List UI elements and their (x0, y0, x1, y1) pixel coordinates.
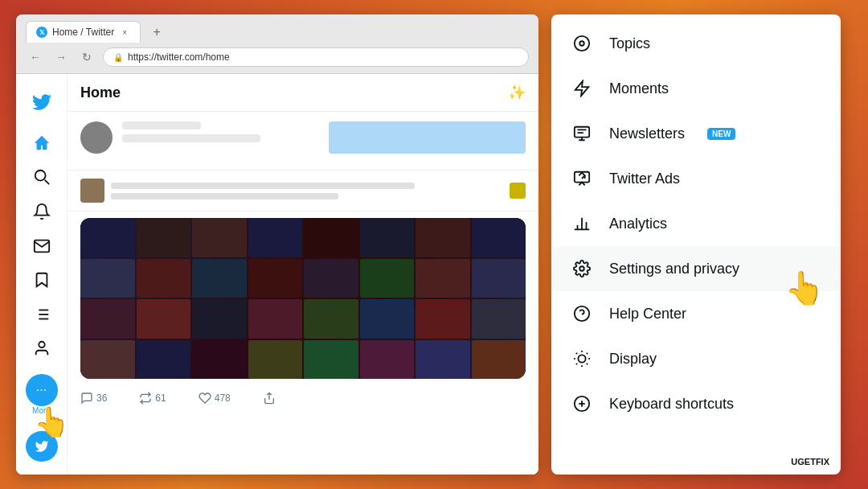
retweet-action[interactable]: 61 (139, 392, 166, 405)
share-action[interactable] (263, 392, 276, 405)
analytics-label: Analytics (609, 216, 667, 232)
more-label: More (32, 406, 51, 415)
moments-label: Moments (609, 80, 669, 97)
tweet-actions: 36 61 478 (68, 385, 538, 411)
sparkle-icon[interactable]: ✨ (508, 84, 526, 101)
tweet-line (122, 134, 260, 142)
tab-close-button[interactable]: × (119, 27, 130, 38)
svg-line-1 (44, 180, 48, 185)
analytics-icon (571, 212, 593, 235)
svg-point-11 (579, 41, 584, 46)
twitter-favicon: 𝕏 (36, 27, 47, 38)
url-text: https://twitter.com/home (128, 51, 230, 63)
twitter-sidebar: ··· More 👆 (16, 74, 68, 475)
menu-item-keyboard[interactable]: Keyboard shortcuts (551, 381, 841, 426)
twitter-ads-label: Twitter Ads (609, 171, 680, 187)
newsletters-icon (571, 122, 593, 145)
sidebar-item-notifications[interactable] (26, 196, 58, 228)
tweet-item (68, 112, 538, 171)
address-bar[interactable]: 🔒 https://twitter.com/home (103, 47, 529, 67)
tweet-video (80, 218, 526, 379)
browser-tab[interactable]: 𝕏 Home / Twitter × (26, 21, 141, 43)
svg-line-32 (576, 364, 577, 364)
like-action[interactable]: 478 (199, 392, 231, 405)
svg-line-29 (587, 364, 588, 364)
comment-count: 36 (96, 392, 107, 404)
svg-point-8 (39, 342, 44, 347)
new-tab-button[interactable]: + (147, 23, 166, 42)
menu-item-help[interactable]: Help Center (551, 291, 841, 336)
tweet-image (329, 121, 526, 154)
retweet-count: 61 (155, 392, 166, 404)
tab-bar: 𝕏 Home / Twitter × + (26, 21, 529, 43)
newsletters-label: Newsletters (609, 125, 685, 142)
twitter-menu-panel: Topics Moments Newsletters NEW Twitter A… (551, 14, 841, 475)
new-badge: NEW (707, 128, 735, 140)
menu-item-topics[interactable]: Topics (551, 21, 841, 66)
like-count: 478 (215, 392, 231, 404)
avatar (80, 121, 113, 154)
feed-title: Home (80, 84, 121, 101)
tweet-line (111, 183, 415, 189)
back-button[interactable]: ← (26, 47, 45, 67)
svg-line-28 (576, 353, 577, 354)
topics-label: Topics (609, 35, 650, 52)
tweet-accent (510, 183, 526, 199)
svg-marker-12 (575, 81, 589, 96)
twitter-main-feed: Home ✨ (68, 74, 538, 475)
sidebar-item-profile[interactable] (26, 333, 58, 364)
twitter-content: ··· More 👆 Home ✨ (16, 74, 538, 475)
feed-header: Home ✨ (68, 74, 538, 112)
settings-label: Settings and privacy (609, 261, 739, 277)
comment-action[interactable]: 36 (80, 392, 107, 405)
help-icon (571, 302, 593, 325)
lock-icon: 🔒 (113, 53, 123, 62)
tab-title: Home / Twitter (52, 27, 114, 38)
menu-item-twitter-ads[interactable]: Twitter Ads (551, 156, 841, 201)
tweet-line (111, 193, 338, 199)
menu-item-moments[interactable]: Moments (551, 66, 841, 111)
twitter-ads-icon (571, 167, 593, 190)
sidebar-item-home[interactable] (26, 128, 58, 159)
menu-item-display[interactable]: Display (551, 336, 841, 381)
menu-item-newsletters[interactable]: Newsletters NEW (551, 111, 841, 156)
menu-item-settings[interactable]: Settings and privacy 👆 (551, 246, 841, 291)
svg-rect-13 (575, 127, 589, 138)
more-button[interactable]: ··· (26, 374, 58, 406)
compose-button[interactable] (26, 431, 58, 462)
menu-item-analytics[interactable]: Analytics (551, 201, 841, 246)
tweet-line (122, 121, 201, 129)
svg-point-10 (575, 36, 589, 51)
svg-point-22 (579, 266, 584, 271)
svg-point-0 (35, 171, 45, 181)
sidebar-item-lists[interactable] (26, 298, 58, 330)
refresh-button[interactable]: ↻ (77, 47, 96, 67)
keyboard-icon (571, 392, 593, 415)
forward-button[interactable]: → (51, 47, 71, 67)
moments-icon (571, 77, 593, 100)
sidebar-item-messages[interactable] (26, 230, 58, 261)
keyboard-label: Keyboard shortcuts (609, 396, 734, 413)
watermark: UGETFIX (786, 455, 834, 468)
browser-window: 𝕏 Home / Twitter × + ← → ↻ 🔒 https://twi… (16, 14, 538, 475)
help-label: Help Center (609, 306, 686, 323)
feed-content: 36 61 478 (68, 112, 538, 411)
settings-icon (571, 257, 593, 280)
display-label: Display (609, 351, 657, 368)
video-content (80, 218, 526, 379)
display-icon (571, 347, 593, 370)
tweet-avatar-colored (80, 179, 104, 203)
topics-icon (571, 32, 593, 55)
svg-point-25 (578, 355, 585, 362)
tweet-item (68, 171, 538, 212)
twitter-logo[interactable] (26, 87, 58, 118)
navigation-bar: ← → ↻ 🔒 https://twitter.com/home (26, 43, 529, 73)
sidebar-item-bookmarks[interactable] (26, 265, 58, 296)
svg-line-33 (587, 353, 588, 354)
sidebar-more-area: ··· More 👆 (26, 368, 58, 415)
browser-chrome: 𝕏 Home / Twitter × + ← → ↻ 🔒 https://twi… (16, 14, 538, 74)
sidebar-item-explore[interactable] (26, 162, 58, 193)
